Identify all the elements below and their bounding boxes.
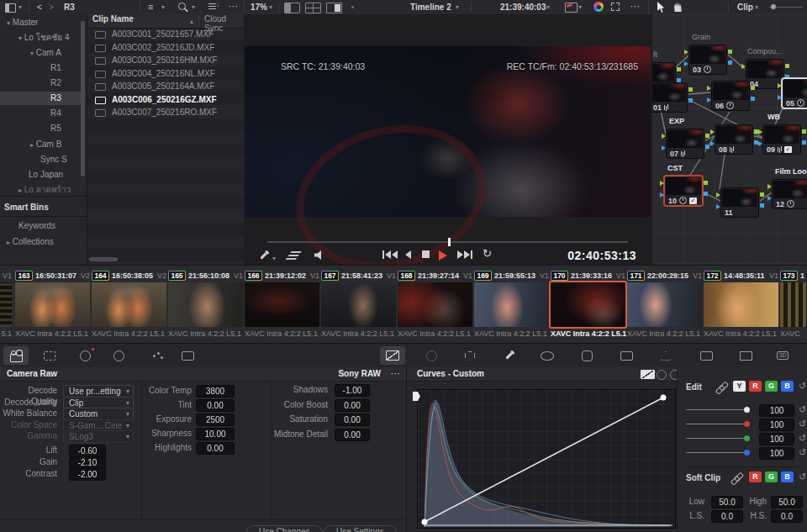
r-slider-handle[interactable] bbox=[744, 421, 750, 427]
clip-row[interactable]: A003C005_2502164A.MXF bbox=[87, 80, 244, 93]
chevron-down-icon[interactable]: ▾ bbox=[18, 4, 22, 11]
search-icon[interactable] bbox=[178, 3, 186, 10]
channel-r-button[interactable]: R bbox=[749, 381, 762, 392]
node-11[interactable]: 11 bbox=[720, 187, 759, 218]
scrub-bar[interactable] bbox=[267, 241, 628, 243]
y-slider-handle[interactable] bbox=[744, 407, 750, 413]
bin-item[interactable]: Lo Japan bbox=[29, 168, 63, 182]
color-slice-palette-button[interactable] bbox=[419, 346, 444, 365]
node-zoom-slider-handle[interactable] bbox=[771, 4, 776, 9]
stereo-3d-palette-button[interactable]: 3D bbox=[770, 346, 795, 365]
chevron-down-icon[interactable]: ▾ bbox=[192, 4, 195, 11]
shadows-value[interactable]: -1.00 bbox=[335, 384, 370, 397]
sort-icon[interactable] bbox=[208, 3, 216, 10]
node-09[interactable]: 09✓ bbox=[762, 124, 801, 155]
hue-vs-hue-icon[interactable] bbox=[657, 370, 667, 380]
bin-item[interactable]: R1 bbox=[50, 61, 61, 75]
link-channels-icon[interactable] bbox=[734, 471, 744, 482]
reset-icon[interactable]: ↺ bbox=[799, 382, 806, 391]
bin-item-selected[interactable]: R3 bbox=[0, 92, 84, 105]
b-gain-value[interactable]: 100 bbox=[759, 447, 794, 460]
timeline-clip[interactable]: 17122:00:29:15V1XAVC Intra 4:2:2 L5.1 bbox=[627, 270, 702, 341]
back-button[interactable]: < bbox=[37, 3, 42, 12]
zoom-level[interactable]: 17% bbox=[251, 3, 267, 12]
more-options-icon[interactable]: ··· bbox=[229, 3, 239, 11]
timeline-clip-partial[interactable]: 1731XAVC bbox=[780, 270, 807, 341]
timeline-clip[interactable]: 16316:50:31:07V2XAVC Intra 4:2:2 L5.1 bbox=[15, 270, 90, 341]
loop-button[interactable]: ↻ bbox=[483, 249, 492, 259]
collections-item[interactable]: ▸ Collections bbox=[7, 235, 54, 249]
node-12[interactable]: 12 bbox=[772, 179, 807, 209]
bin-item[interactable]: R4 bbox=[50, 107, 61, 120]
y-gain-value[interactable]: 100 bbox=[759, 404, 794, 417]
grab-still-icon[interactable] bbox=[260, 252, 266, 259]
clip-row[interactable]: A003C001_25021657.MXF bbox=[87, 28, 244, 41]
y-slider[interactable] bbox=[686, 409, 746, 410]
timeline-format-icon[interactable] bbox=[565, 3, 578, 13]
clip-name-column[interactable]: Clip Name bbox=[92, 14, 134, 24]
bin-item[interactable]: ▾ Lo โชคชัย 4 bbox=[18, 31, 70, 45]
contrast-value[interactable]: -2.00 bbox=[69, 468, 106, 481]
go-to-start-button[interactable] bbox=[382, 250, 398, 259]
node-07[interactable]: 07 bbox=[666, 129, 704, 159]
node-view-mode[interactable]: Clip bbox=[737, 3, 753, 12]
split-view-button[interactable] bbox=[326, 3, 342, 13]
bin-item-master[interactable]: ▾ Master bbox=[7, 16, 38, 29]
r-gain-value[interactable]: 100 bbox=[759, 419, 794, 431]
clip-list-scrollbar[interactable] bbox=[89, 257, 118, 261]
white-balance-dropdown[interactable]: Custom▾ bbox=[63, 408, 134, 420]
decode-quality-dropdown[interactable]: Use pr...etting▾ bbox=[63, 385, 134, 398]
qualifier-palette-button[interactable] bbox=[496, 346, 521, 365]
cursor-tool-icon[interactable] bbox=[657, 2, 667, 13]
r-slider[interactable] bbox=[686, 424, 746, 424]
lift-value[interactable]: -0.60 bbox=[69, 445, 106, 457]
chevron-down-icon[interactable]: ▾ bbox=[161, 4, 165, 11]
timeline-clip[interactable]: 16721:58:41:23V1XAVC Intra 4:2:2 L5.1 bbox=[321, 270, 396, 341]
timeline-clip[interactable]: 17214:48:35:11V1XAVC Intra 4:2:2 L5.1 bbox=[704, 270, 778, 341]
pan-tool-icon[interactable] bbox=[673, 2, 683, 12]
clip-row-selected[interactable]: A003C006_250216GZ.MXF bbox=[87, 93, 244, 107]
gain-value[interactable]: -2.10 bbox=[69, 456, 106, 469]
stop-button[interactable] bbox=[422, 250, 430, 258]
node-03[interactable]: 03 bbox=[688, 45, 727, 75]
node-graph[interactable]: ft Grain Compou... EXP WB CST Film Look … bbox=[651, 14, 807, 265]
use-changes-button[interactable]: Use Changes bbox=[246, 525, 323, 532]
reset-icon[interactable]: ↺ bbox=[799, 448, 806, 457]
key-palette-button[interactable] bbox=[694, 346, 719, 365]
high-softness-value[interactable]: 0.0 bbox=[771, 510, 803, 523]
saturation-value[interactable]: 0.00 bbox=[335, 413, 370, 426]
motion-effects-palette-button[interactable] bbox=[175, 346, 200, 365]
exposure-value[interactable]: 2500 bbox=[196, 413, 235, 426]
chevron-down-icon[interactable]: ▾ bbox=[546, 4, 550, 11]
reset-icon[interactable]: ↺ bbox=[799, 434, 806, 443]
forward-button[interactable]: > bbox=[49, 3, 54, 12]
soft-clip-g-button[interactable]: G bbox=[765, 471, 778, 482]
bin-item[interactable]: R2 bbox=[50, 76, 61, 90]
more-options-icon[interactable]: ··· bbox=[391, 367, 401, 381]
gamma-dropdown[interactable]: SLog3▾ bbox=[63, 430, 134, 443]
node-10-selected[interactable]: 10✓ bbox=[664, 176, 703, 206]
bin-item[interactable]: ▸ Lo ลาดพร้าว bbox=[18, 183, 71, 197]
bin-item[interactable]: R5 bbox=[50, 122, 61, 135]
playhead[interactable] bbox=[448, 238, 451, 246]
more-options-icon[interactable]: ··· bbox=[630, 3, 641, 11]
clip-row[interactable]: A003C004_250216NL.MXF bbox=[87, 67, 244, 81]
link-channels-icon[interactable] bbox=[719, 381, 729, 391]
timeline-timecode[interactable]: 21:39:40:03 bbox=[500, 3, 546, 12]
bin-item[interactable]: ▸ Cam B bbox=[30, 138, 61, 151]
soft-clip-b-button[interactable]: B bbox=[781, 471, 794, 482]
checkbox-icon[interactable]: ✓ bbox=[784, 146, 792, 153]
clip-list-header[interactable]: Clip Name ▴ Cloud Sync bbox=[87, 14, 244, 29]
thumbnail-view-button[interactable] bbox=[284, 3, 300, 13]
color-boost-value[interactable]: 0.00 bbox=[335, 399, 370, 412]
highlights-value[interactable]: 0.00 bbox=[196, 442, 235, 455]
custom-curves-mode-icon[interactable] bbox=[641, 370, 655, 379]
camera-raw-palette-button[interactable] bbox=[3, 346, 29, 365]
timeline-clip[interactable]: 16621:39:12:02V1XAVC Intra 4:2:2 L5.1 bbox=[245, 270, 319, 341]
chevron-down-icon[interactable]: ▾ bbox=[272, 255, 276, 262]
use-settings-button[interactable]: Use Settings bbox=[324, 525, 397, 532]
grid-view-button[interactable] bbox=[305, 3, 321, 13]
color-temp-value[interactable]: 3800 bbox=[196, 385, 235, 398]
reset-icon[interactable]: ↺ bbox=[799, 405, 806, 414]
sharpness-value[interactable]: 10.00 bbox=[196, 428, 235, 440]
